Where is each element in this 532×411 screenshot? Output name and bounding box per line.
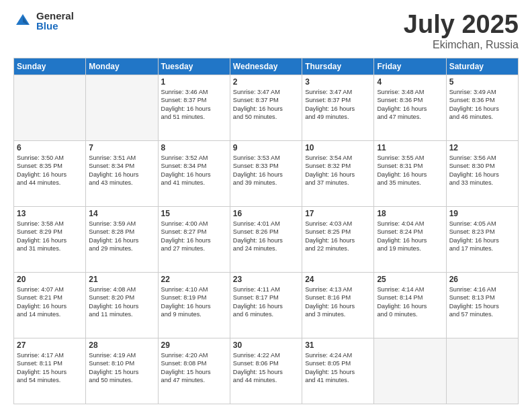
calendar-cell	[14, 75, 86, 140]
calendar-body: 1Sunrise: 3:46 AM Sunset: 8:37 PM Daylig…	[14, 75, 519, 404]
week-row-1: 6Sunrise: 3:50 AM Sunset: 8:35 PM Daylig…	[14, 140, 519, 206]
cell-content: Sunrise: 4:07 AM Sunset: 8:21 PM Dayligh…	[17, 285, 83, 319]
day-number: 3	[305, 77, 371, 87]
page: General Blue July 2025 Ekimchan, Russia …	[0, 0, 532, 411]
calendar-cell: 14Sunrise: 3:59 AM Sunset: 8:28 PM Dayli…	[86, 206, 158, 272]
day-number: 29	[161, 340, 227, 350]
cell-content: Sunrise: 3:48 AM Sunset: 8:36 PM Dayligh…	[377, 88, 443, 122]
calendar-cell	[374, 338, 446, 404]
day-number: 5	[449, 77, 515, 87]
calendar-cell: 22Sunrise: 4:10 AM Sunset: 8:19 PM Dayli…	[158, 272, 230, 338]
calendar-cell: 24Sunrise: 4:13 AM Sunset: 8:16 PM Dayli…	[302, 272, 374, 338]
calendar-cell: 20Sunrise: 4:07 AM Sunset: 8:21 PM Dayli…	[14, 272, 86, 338]
calendar-cell: 7Sunrise: 3:51 AM Sunset: 8:34 PM Daylig…	[86, 140, 158, 206]
day-number: 27	[17, 340, 83, 350]
day-number: 12	[449, 143, 515, 152]
logo-icon	[13, 11, 32, 30]
cell-content: Sunrise: 4:13 AM Sunset: 8:16 PM Dayligh…	[305, 285, 371, 319]
day-number: 28	[89, 340, 154, 350]
day-number: 20	[17, 275, 83, 284]
day-number: 10	[305, 143, 371, 152]
day-number: 31	[305, 340, 371, 350]
logo-text: General Blue	[36, 11, 74, 31]
day-number: 4	[377, 77, 443, 87]
day-header-sunday: Sunday	[14, 58, 86, 75]
calendar-cell: 27Sunrise: 4:17 AM Sunset: 8:11 PM Dayli…	[14, 338, 86, 404]
day-header-wednesday: Wednesday	[230, 58, 302, 75]
cell-content: Sunrise: 4:19 AM Sunset: 8:10 PM Dayligh…	[89, 351, 154, 385]
day-number: 13	[17, 209, 83, 218]
calendar-cell: 29Sunrise: 4:20 AM Sunset: 8:08 PM Dayli…	[158, 338, 230, 404]
week-row-4: 27Sunrise: 4:17 AM Sunset: 8:11 PM Dayli…	[14, 338, 519, 404]
calendar: SundayMondayTuesdayWednesdayThursdayFrid…	[13, 58, 519, 404]
day-number: 8	[161, 143, 227, 152]
title-location: Ekimchan, Russia	[404, 39, 519, 51]
calendar-cell: 25Sunrise: 4:14 AM Sunset: 8:14 PM Dayli…	[374, 272, 446, 338]
cell-content: Sunrise: 3:53 AM Sunset: 8:33 PM Dayligh…	[233, 154, 299, 187]
cell-content: Sunrise: 3:56 AM Sunset: 8:30 PM Dayligh…	[449, 154, 515, 187]
day-number: 24	[305, 275, 371, 284]
calendar-cell: 4Sunrise: 3:48 AM Sunset: 8:36 PM Daylig…	[374, 75, 446, 140]
cell-content: Sunrise: 4:22 AM Sunset: 8:06 PM Dayligh…	[233, 351, 299, 385]
cell-content: Sunrise: 3:52 AM Sunset: 8:34 PM Dayligh…	[161, 154, 227, 187]
calendar-cell: 11Sunrise: 3:55 AM Sunset: 8:31 PM Dayli…	[374, 140, 446, 206]
calendar-cell: 10Sunrise: 3:54 AM Sunset: 8:32 PM Dayli…	[302, 140, 374, 206]
cell-content: Sunrise: 4:05 AM Sunset: 8:23 PM Dayligh…	[449, 220, 515, 253]
cell-content: Sunrise: 3:47 AM Sunset: 8:37 PM Dayligh…	[233, 88, 299, 122]
calendar-cell: 21Sunrise: 4:08 AM Sunset: 8:20 PM Dayli…	[86, 272, 158, 338]
calendar-cell: 23Sunrise: 4:11 AM Sunset: 8:17 PM Dayli…	[230, 272, 302, 338]
cell-content: Sunrise: 4:11 AM Sunset: 8:17 PM Dayligh…	[233, 285, 299, 319]
day-header-thursday: Thursday	[302, 58, 374, 75]
calendar-cell: 6Sunrise: 3:50 AM Sunset: 8:35 PM Daylig…	[14, 140, 86, 206]
calendar-cell: 17Sunrise: 4:03 AM Sunset: 8:25 PM Dayli…	[302, 206, 374, 272]
logo-blue-text: Blue	[36, 21, 74, 31]
cell-content: Sunrise: 4:08 AM Sunset: 8:20 PM Dayligh…	[89, 285, 154, 319]
day-number: 17	[305, 209, 371, 218]
calendar-cell: 5Sunrise: 3:49 AM Sunset: 8:36 PM Daylig…	[446, 75, 518, 140]
title-month: July 2025	[404, 11, 519, 39]
day-number: 25	[377, 275, 443, 284]
day-number: 1	[161, 77, 227, 87]
day-number: 15	[161, 209, 227, 218]
week-row-3: 20Sunrise: 4:07 AM Sunset: 8:21 PM Dayli…	[14, 272, 519, 338]
calendar-cell: 2Sunrise: 3:47 AM Sunset: 8:37 PM Daylig…	[230, 75, 302, 140]
week-row-2: 13Sunrise: 3:58 AM Sunset: 8:29 PM Dayli…	[14, 206, 519, 272]
title-block: July 2025 Ekimchan, Russia	[404, 11, 519, 51]
cell-content: Sunrise: 4:14 AM Sunset: 8:14 PM Dayligh…	[377, 285, 443, 319]
cell-content: Sunrise: 3:58 AM Sunset: 8:29 PM Dayligh…	[17, 220, 83, 253]
calendar-cell: 18Sunrise: 4:04 AM Sunset: 8:24 PM Dayli…	[374, 206, 446, 272]
day-number: 2	[233, 77, 299, 87]
cell-content: Sunrise: 3:49 AM Sunset: 8:36 PM Dayligh…	[449, 88, 515, 122]
cell-content: Sunrise: 4:10 AM Sunset: 8:19 PM Dayligh…	[161, 285, 227, 319]
cell-content: Sunrise: 3:50 AM Sunset: 8:35 PM Dayligh…	[17, 154, 83, 187]
calendar-cell: 3Sunrise: 3:47 AM Sunset: 8:37 PM Daylig…	[302, 75, 374, 140]
calendar-header: SundayMondayTuesdayWednesdayThursdayFrid…	[14, 58, 519, 75]
cell-content: Sunrise: 4:20 AM Sunset: 8:08 PM Dayligh…	[161, 351, 227, 385]
day-header-tuesday: Tuesday	[158, 58, 230, 75]
day-number: 21	[89, 275, 154, 284]
day-number: 7	[89, 143, 154, 152]
calendar-cell	[446, 338, 518, 404]
day-number: 11	[377, 143, 443, 152]
calendar-cell: 19Sunrise: 4:05 AM Sunset: 8:23 PM Dayli…	[446, 206, 518, 272]
calendar-cell: 28Sunrise: 4:19 AM Sunset: 8:10 PM Dayli…	[86, 338, 158, 404]
calendar-cell: 1Sunrise: 3:46 AM Sunset: 8:37 PM Daylig…	[158, 75, 230, 140]
calendar-cell: 15Sunrise: 4:00 AM Sunset: 8:27 PM Dayli…	[158, 206, 230, 272]
cell-content: Sunrise: 4:24 AM Sunset: 8:05 PM Dayligh…	[305, 351, 371, 385]
cell-content: Sunrise: 4:04 AM Sunset: 8:24 PM Dayligh…	[377, 220, 443, 253]
day-number: 22	[161, 275, 227, 284]
day-header-friday: Friday	[374, 58, 446, 75]
logo-general: General	[36, 11, 74, 21]
header: General Blue July 2025 Ekimchan, Russia	[13, 11, 519, 51]
calendar-cell: 30Sunrise: 4:22 AM Sunset: 8:06 PM Dayli…	[230, 338, 302, 404]
calendar-cell: 31Sunrise: 4:24 AM Sunset: 8:05 PM Dayli…	[302, 338, 374, 404]
calendar-cell: 12Sunrise: 3:56 AM Sunset: 8:30 PM Dayli…	[446, 140, 518, 206]
cell-content: Sunrise: 4:01 AM Sunset: 8:26 PM Dayligh…	[233, 220, 299, 253]
calendar-cell: 16Sunrise: 4:01 AM Sunset: 8:26 PM Dayli…	[230, 206, 302, 272]
day-number: 19	[449, 209, 515, 218]
calendar-cell: 9Sunrise: 3:53 AM Sunset: 8:33 PM Daylig…	[230, 140, 302, 206]
cell-content: Sunrise: 3:54 AM Sunset: 8:32 PM Dayligh…	[305, 154, 371, 187]
cell-content: Sunrise: 3:46 AM Sunset: 8:37 PM Dayligh…	[161, 88, 227, 122]
cell-content: Sunrise: 4:17 AM Sunset: 8:11 PM Dayligh…	[17, 351, 83, 385]
day-number: 16	[233, 209, 299, 218]
